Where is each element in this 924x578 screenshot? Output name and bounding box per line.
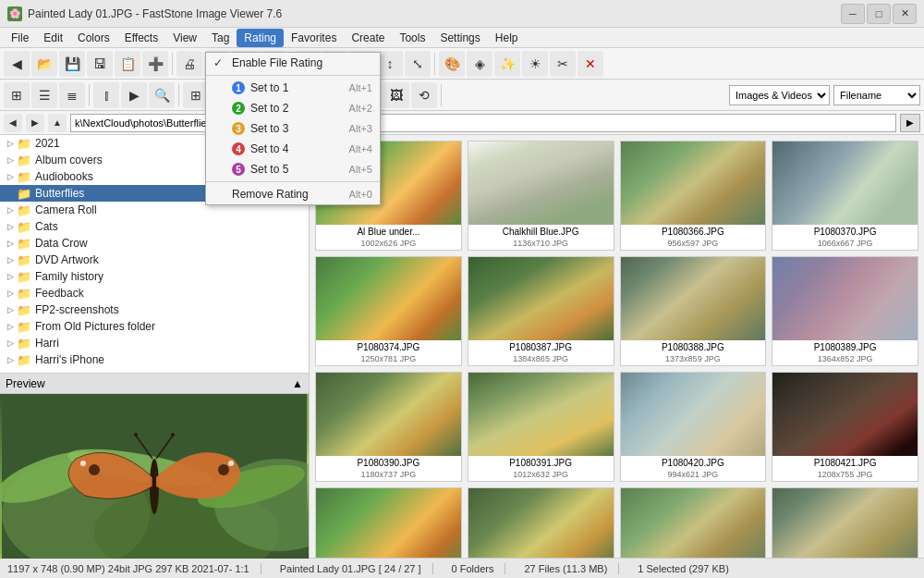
effects-button[interactable]: ✨	[494, 51, 520, 77]
addr-up-button[interactable]: ▲	[48, 114, 67, 132]
flip-v-button[interactable]: ↕	[377, 51, 403, 77]
save-as-button[interactable]: 🖫	[87, 51, 113, 77]
menu-item-create[interactable]: Create	[344, 29, 392, 47]
add-button[interactable]: ➕	[142, 51, 168, 77]
menu-item-tag[interactable]: Tag	[204, 29, 237, 47]
image-thumbnail-3	[772, 141, 918, 225]
image-item-6[interactable]: P1080388.JPG 1373x859 JPG	[620, 256, 767, 366]
thumbview-button[interactable]: ⊞	[4, 82, 30, 108]
tree-expander[interactable]: ▷	[4, 172, 17, 181]
resize-button[interactable]: ⤡	[405, 51, 431, 77]
brightness-button[interactable]: ☀	[522, 51, 548, 77]
maximize-button[interactable]: □	[867, 4, 891, 24]
image-item-8[interactable]: P1080390.JPG 1180x737 JPG	[315, 372, 462, 482]
image-item-14[interactable]: P1080560.JPG 994x621 JPG	[620, 487, 767, 558]
tree-item-feedback[interactable]: ▷ 📁 Feedback	[0, 285, 309, 301]
tree-item-data-crow[interactable]: ▷ 📁 Data Crow	[0, 235, 309, 252]
preview-toggle[interactable]: ▲	[292, 377, 303, 390]
tree-expander[interactable]: ▷	[4, 322, 17, 331]
tree-expander[interactable]: ▷	[4, 255, 17, 264]
minimize-button[interactable]: ─	[841, 4, 865, 24]
tree-expander[interactable]: ▷	[4, 338, 17, 348]
close-button[interactable]: ✕	[893, 4, 917, 24]
detailview-button[interactable]: ≣	[59, 82, 85, 108]
menu-item-edit[interactable]: Edit	[36, 29, 70, 47]
tree-item-from-old-pictures-folder[interactable]: ▷ 📁 From Old Pictures folder	[0, 318, 309, 335]
thumb-art-5	[468, 257, 614, 340]
sharpen-button[interactable]: ◈	[467, 51, 492, 77]
image-item-2[interactable]: P1080366.JPG 956x597 JPG	[620, 141, 767, 251]
tree-item-harri's-iphone[interactable]: ▷ 📁 Harri's iPhone	[0, 351, 309, 368]
tree-item-family-history[interactable]: ▷ 📁 Family history	[0, 268, 309, 285]
back-button[interactable]: ◀	[4, 51, 30, 77]
menu-item-favorites[interactable]: Favorites	[284, 29, 344, 47]
print-button[interactable]: 🖨	[176, 51, 202, 77]
compare-button[interactable]: ⫿	[93, 82, 119, 108]
tree-expander[interactable]: ▷	[4, 355, 17, 364]
image-item-3[interactable]: P1080370.JPG 1066x667 JPG	[772, 141, 918, 251]
menu-separator-1	[206, 75, 380, 76]
copy-button[interactable]: 📋	[115, 51, 140, 77]
menu-item-rating[interactable]: Rating	[237, 29, 284, 47]
menu-item-effects[interactable]: Effects	[117, 29, 165, 47]
listview-button[interactable]: ☰	[31, 82, 57, 108]
rating-shortcut-2: Alt+2	[288, 103, 372, 114]
rating-item-3[interactable]: 3 Set to 3 Alt+3	[206, 118, 380, 139]
rating-item-5[interactable]: 5 Set to 5 Alt+5	[206, 159, 380, 179]
image-item-15[interactable]: P1080650.JPG 1208x755 JPG	[772, 487, 918, 558]
menu-item-help[interactable]: Help	[488, 29, 526, 47]
image-item-11[interactable]: P1080421.JPG 1208x755 JPG	[772, 372, 918, 482]
go-button[interactable]: ▶	[900, 114, 920, 132]
image-item-1[interactable]: Chalkhill Blue.JPG 1136x710 JPG	[468, 141, 614, 251]
wallpaper-button[interactable]: 🖼	[383, 82, 409, 108]
image-item-7[interactable]: P1080389.JPG 1364x852 JPG	[772, 256, 918, 366]
color-button[interactable]: 🎨	[439, 51, 465, 77]
rating-item-4[interactable]: 4 Set to 4 Alt+4	[206, 139, 380, 159]
tree-item-harri[interactable]: ▷ 📁 Harri	[0, 335, 309, 351]
folder-name: Cats	[35, 220, 58, 233]
menu-item-view[interactable]: View	[165, 29, 204, 47]
tree-expander[interactable]: ▷	[4, 305, 17, 314]
menu-item-file[interactable]: File	[4, 29, 36, 47]
tree-expander[interactable]: ▷	[4, 155, 17, 165]
folder-open-button[interactable]: 📂	[31, 51, 57, 77]
save-button[interactable]: 💾	[59, 51, 85, 77]
enable-file-rating[interactable]: ✓ Enable File Rating	[206, 53, 380, 73]
image-item-10[interactable]: P1080420.JPG 994x621 JPG	[620, 372, 767, 482]
tree-item-cats[interactable]: ▷ 📁 Cats	[0, 218, 309, 235]
image-item-4[interactable]: P1080374.JPG 1250x781 JPG	[315, 256, 462, 366]
tree-expander[interactable]: ▷	[4, 139, 17, 148]
tree-expander[interactable]: ▷	[4, 222, 17, 231]
image-item-13[interactable]: P1080437.JPG 1012x632 JPG	[468, 487, 614, 558]
delete-button[interactable]: ✕	[578, 51, 603, 77]
tree-item-fp2-screenshots[interactable]: ▷ 📁 FP2-screenshots	[0, 301, 309, 318]
sort-select[interactable]: Filename Date Modified File Size	[833, 85, 920, 105]
remove-rating-item[interactable]: Remove Rating Alt+0	[206, 184, 380, 204]
menu-item-tools[interactable]: Tools	[392, 29, 432, 47]
addr-forward-button[interactable]: ▶	[26, 114, 44, 132]
address-input[interactable]	[70, 114, 896, 132]
tree-expander[interactable]: ▷	[4, 289, 17, 298]
image-item-9[interactable]: P1080391.JPG 1012x632 JPG	[468, 372, 614, 482]
tree-item-dvd-artwork[interactable]: ▷ 📁 DVD Artwork	[0, 252, 309, 268]
thumb-art-9	[468, 373, 614, 456]
image-grid: Al Blue under... 1002x626 JPG Chalkhill …	[310, 135, 924, 558]
rating-item-1[interactable]: 1 Set to 1 Alt+1	[206, 78, 380, 98]
zoom-in-button[interactable]: 🔍	[149, 82, 175, 108]
image-item-5[interactable]: P1080387.JPG 1384x865 JPG	[468, 256, 614, 366]
rating-item-2[interactable]: 2 Set to 2 Alt+2	[206, 98, 380, 118]
thumb-art-10	[621, 373, 766, 456]
slideshow-button[interactable]: ▶	[121, 82, 147, 108]
menu-item-colors[interactable]: Colors	[70, 29, 117, 47]
tree-expander[interactable]: ▷	[4, 272, 17, 281]
menu-item-settings[interactable]: Settings	[432, 29, 487, 47]
type-select[interactable]: Images & Videos Images Only Videos Only	[729, 85, 830, 105]
convert-button[interactable]: ⟲	[411, 82, 437, 108]
preview-image	[0, 394, 309, 559]
image-item-12[interactable]: P1080435.JPG 1180x737 JPG	[315, 487, 462, 558]
tree-expander[interactable]: ▷	[4, 189, 17, 198]
tree-expander[interactable]: ▷	[4, 205, 17, 215]
tree-expander[interactable]: ▷	[4, 239, 17, 248]
crop-button[interactable]: ✂	[550, 51, 576, 77]
addr-back-button[interactable]: ◀	[4, 114, 22, 132]
